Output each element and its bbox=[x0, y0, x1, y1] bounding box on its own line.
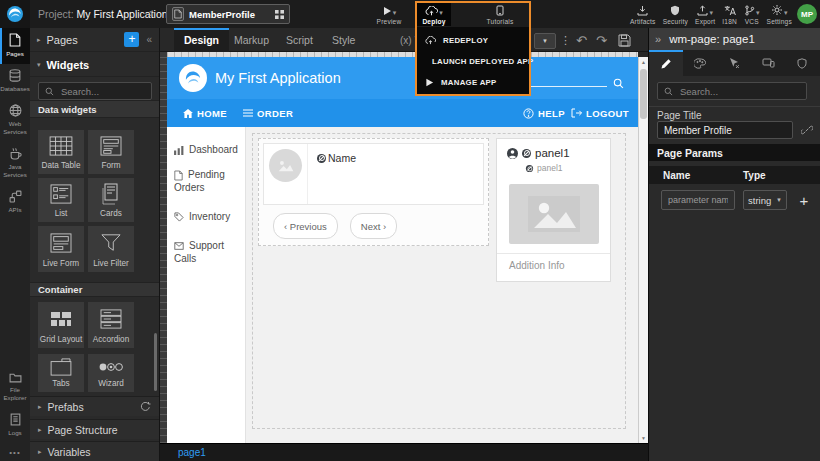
widget-tile-wizard[interactable]: Wizard bbox=[88, 354, 134, 392]
rail-item-logs[interactable]: Logs bbox=[0, 408, 30, 443]
properties-search-input[interactable] bbox=[678, 85, 800, 98]
picture-cell[interactable] bbox=[264, 144, 308, 204]
widget-search-input[interactable] bbox=[59, 85, 145, 98]
add-param-button[interactable]: + bbox=[795, 188, 813, 212]
widget-tile-form[interactable]: Form bbox=[88, 130, 134, 174]
tab-script[interactable]: Script bbox=[276, 28, 323, 52]
grid-layout-icon bbox=[50, 311, 72, 327]
rail-item-pages[interactable]: Pages bbox=[0, 28, 30, 64]
container-section-title: Container bbox=[30, 282, 159, 297]
widget-tile-tabs[interactable]: Tabs bbox=[38, 354, 84, 392]
i18n-button[interactable]: I18N bbox=[722, 2, 737, 26]
scroll-up-arrow[interactable]: ▲ bbox=[639, 57, 648, 67]
menu-item-manage-app[interactable]: MANAGE APP bbox=[417, 78, 529, 87]
menu-item-redeploy[interactable]: REDEPLOY bbox=[417, 36, 529, 45]
menu-item-support-calls[interactable]: Support Calls bbox=[174, 239, 242, 265]
widget-search[interactable] bbox=[38, 82, 152, 100]
canvas-scrollbar[interactable]: ▲ ▼ bbox=[638, 57, 648, 443]
logs-document-icon bbox=[10, 413, 21, 426]
param-type-select[interactable]: string ▼ bbox=[743, 190, 787, 210]
nav-home[interactable]: HOME bbox=[183, 99, 227, 127]
preview-button[interactable]: ▾ Preview bbox=[368, 2, 410, 26]
tab-devices[interactable] bbox=[751, 50, 785, 76]
widget-tile-live-form[interactable]: Live Form bbox=[38, 226, 84, 272]
live-form-icon bbox=[50, 233, 72, 253]
panel1-widget[interactable]: panel1 panel1 Addition Info bbox=[496, 138, 611, 282]
widget-tile-cards[interactable]: Cards bbox=[88, 178, 134, 222]
next-button[interactable]: Next › bbox=[350, 213, 397, 239]
list-widget-container[interactable]: Name ‹ Previous Next › bbox=[258, 138, 489, 246]
bind-link-icon[interactable] bbox=[801, 124, 813, 136]
artifacts-button[interactable]: Artifacts bbox=[630, 2, 656, 26]
deploy-label: Deploy bbox=[422, 18, 445, 25]
page-structure-accordion-header[interactable]: ▸ Page Structure bbox=[30, 419, 159, 439]
vcs-button[interactable]: ▾ VCS bbox=[744, 2, 760, 26]
panel1-image-placeholder[interactable] bbox=[509, 184, 599, 244]
app-body: Dashboard Pending Orders Inventory Suppo… bbox=[167, 127, 638, 443]
scroll-down-arrow[interactable]: ▼ bbox=[639, 433, 648, 443]
panel-scrollbar-thumb[interactable] bbox=[154, 333, 157, 391]
nav-help[interactable]: HELP bbox=[523, 99, 565, 127]
deploy-button[interactable]: ▾ Deploy bbox=[417, 2, 451, 26]
app-search-input[interactable] bbox=[527, 86, 607, 87]
tab-properties[interactable] bbox=[649, 50, 683, 76]
column-name: Name bbox=[663, 170, 690, 181]
tab-events[interactable] bbox=[717, 50, 751, 76]
list-item-card[interactable]: Name bbox=[263, 143, 484, 205]
menu-item-pending-orders[interactable]: Pending Orders bbox=[174, 168, 242, 194]
rail-item-apis[interactable]: APIs bbox=[0, 185, 30, 220]
undo-button[interactable]: ↶ bbox=[576, 28, 587, 52]
tab-design[interactable]: Design bbox=[174, 28, 229, 52]
statusbar-page-tab[interactable]: page1 bbox=[178, 447, 206, 458]
tab-styles[interactable] bbox=[683, 50, 717, 76]
canvas-size-select[interactable]: ▼ bbox=[534, 33, 556, 49]
menu-item-launch-deployed-app[interactable]: LAUNCH DEPLOYED APP bbox=[417, 57, 529, 66]
variables-accordion-header[interactable]: ▸ Variables bbox=[30, 441, 159, 461]
grid-switcher-icon[interactable] bbox=[275, 10, 284, 19]
previous-button[interactable]: ‹ Previous bbox=[273, 213, 338, 239]
tab-style[interactable]: Style bbox=[322, 28, 365, 52]
name-field[interactable]: Name bbox=[317, 152, 356, 164]
widget-tile-grid-layout[interactable]: Grid Layout bbox=[38, 302, 84, 348]
open-page-tab[interactable]: MemberProfile bbox=[166, 4, 290, 24]
security-button[interactable]: Security bbox=[663, 2, 688, 26]
redo-button[interactable]: ↷ bbox=[596, 28, 607, 52]
properties-search[interactable] bbox=[657, 82, 807, 100]
refresh-icon[interactable] bbox=[140, 401, 151, 412]
user-avatar[interactable]: MP bbox=[797, 4, 817, 24]
widget-tile-list[interactable]: List bbox=[38, 178, 84, 222]
scrollbar-thumb[interactable] bbox=[640, 69, 647, 119]
wavemaker-logo[interactable] bbox=[0, 0, 30, 28]
collapse-right-panel-icon[interactable]: » bbox=[655, 33, 661, 45]
save-button[interactable] bbox=[618, 28, 631, 52]
wizard-icon bbox=[98, 361, 124, 373]
rail-more-button[interactable]: ••• bbox=[0, 443, 30, 461]
app-search-icon[interactable] bbox=[613, 78, 624, 89]
rail-item-java-services[interactable]: Java Services bbox=[0, 142, 30, 185]
tab-security[interactable] bbox=[785, 50, 819, 76]
tab-markup[interactable]: Markup bbox=[224, 28, 279, 52]
page-title-input[interactable] bbox=[657, 121, 793, 139]
rail-item-databases[interactable]: Databases bbox=[0, 64, 30, 99]
select-caret-icon: ▼ bbox=[542, 38, 548, 44]
rail-item-web-services[interactable]: Web Services bbox=[0, 99, 30, 142]
param-name-input[interactable] bbox=[661, 190, 735, 210]
tutorials-button[interactable]: Tutorials bbox=[480, 2, 520, 26]
collapse-panel-icon[interactable]: « bbox=[146, 34, 152, 45]
pages-accordion-header[interactable]: ▸ Pages + « bbox=[30, 28, 159, 52]
menu-item-inventory[interactable]: Inventory bbox=[174, 210, 242, 223]
panel1-title-row[interactable]: panel1 bbox=[507, 147, 570, 159]
kebab-menu-button[interactable]: ⋮ bbox=[560, 28, 571, 52]
nav-logout[interactable]: LOGOUT bbox=[571, 99, 629, 127]
widget-tile-live-filter[interactable]: Live Filter bbox=[88, 226, 134, 272]
nav-order[interactable]: ORDER bbox=[243, 99, 293, 127]
prefabs-accordion-header[interactable]: ▸ Prefabs bbox=[30, 396, 159, 416]
widget-tile-data-table[interactable]: Data Table bbox=[38, 130, 84, 174]
settings-button[interactable]: ▾ Settings bbox=[767, 2, 792, 26]
widget-tile-accordion[interactable]: Accordion bbox=[88, 302, 134, 348]
widgets-accordion-header[interactable]: ▾ Widgets bbox=[30, 53, 159, 77]
add-page-button[interactable]: + bbox=[124, 32, 139, 47]
rail-item-file-explorer[interactable]: File Explorer bbox=[0, 367, 30, 408]
export-button[interactable]: ▾ Export bbox=[695, 2, 715, 26]
menu-item-dashboard[interactable]: Dashboard bbox=[174, 143, 242, 156]
